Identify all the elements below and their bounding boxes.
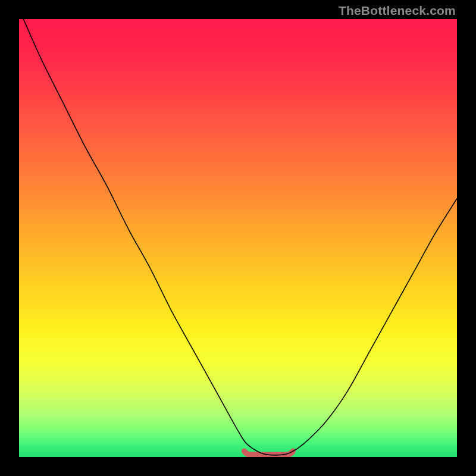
- curve-layer: [19, 19, 457, 457]
- chart-frame: TheBottleneck.com: [0, 0, 476, 476]
- watermark-text: TheBottleneck.com: [339, 4, 456, 18]
- bottleneck-curve: [23, 19, 457, 455]
- plot-area: [19, 19, 457, 457]
